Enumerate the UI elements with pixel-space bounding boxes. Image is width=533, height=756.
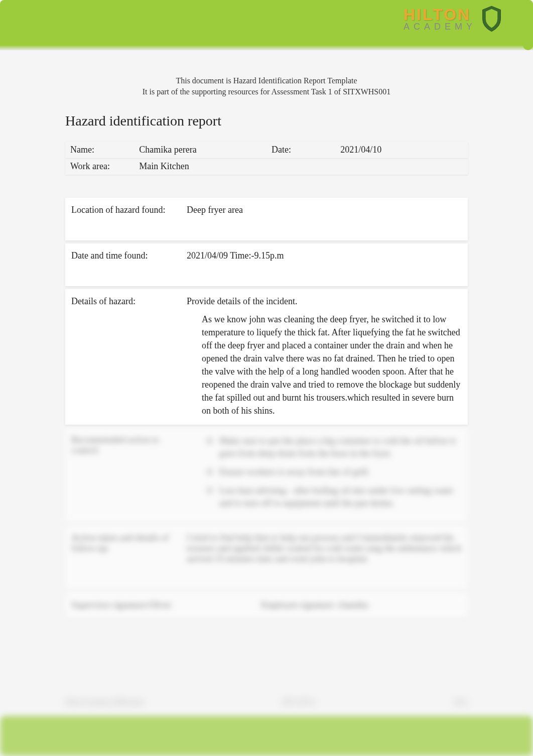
bullet-item: Less heat advising - after boiling oil i… <box>207 484 462 510</box>
recommended-label: Recommended action to control: <box>65 428 181 523</box>
hazard-row-datetime: Date and time found: 2021/04/09 Time:-9.… <box>65 243 468 286</box>
name-label: Name: <box>65 142 134 158</box>
info-row-workarea: Work area: Main Kitchen <box>65 158 468 175</box>
hazard-row-signatures: Supervisor signature:Oliver Employee sig… <box>65 592 468 618</box>
bullet-item: Ensure workers is away from fats of gril… <box>207 466 462 478</box>
datetime-label: Date and time found: <box>65 243 181 286</box>
details-intro: Provide details of the incident. <box>187 296 462 307</box>
location-value: Deep fryer area <box>181 198 468 240</box>
footer-pre: Hilton Academy Melbourne RTO 40735 2021 <box>0 698 533 718</box>
doc-meta-line2: It is part of the supporting resources f… <box>0 86 533 97</box>
doc-meta-line1: This document is Hazard Identification R… <box>0 75 533 86</box>
footer-center: RTO 40735 <box>283 698 315 718</box>
datetime-value: 2021/04/09 Time:-9.15p.m <box>181 243 468 286</box>
hazard-row-recommended: Recommended action to control: Make sure… <box>65 428 468 523</box>
details-label: Details of hazard: <box>65 289 181 425</box>
workarea-value: Main Kitchen <box>134 158 468 175</box>
footer-left: Hilton Academy Melbourne <box>65 698 144 718</box>
content: Hazard identification report Name: Chami… <box>0 98 533 621</box>
details-body: As we know john was cleaning the deep fr… <box>187 313 462 418</box>
date-value: 2021/04/10 <box>335 142 468 158</box>
hazard-row-location: Location of hazard found: Deep fryer are… <box>65 198 468 240</box>
name-value: Chamika perera <box>134 142 266 158</box>
action-value: I tried to find help him to help run pro… <box>181 526 468 589</box>
recommended-content: Make sure to put the place a big contain… <box>181 428 468 523</box>
hazard-table: Location of hazard found: Deep fryer are… <box>65 195 468 621</box>
info-row-name: Name: Chamika perera Date: 2021/04/10 <box>65 142 468 158</box>
logo-text-bottom: ACADEMY <box>404 22 476 32</box>
shield-icon <box>480 5 503 33</box>
action-label: Action taken and details of follow-up: <box>65 526 181 589</box>
hazard-row-details: Details of hazard: Provide details of th… <box>65 289 468 425</box>
report-title: Hazard identification report <box>65 113 468 129</box>
details-content: Provide details of the incident. As we k… <box>181 289 468 425</box>
date-label: Date: <box>266 142 335 158</box>
document-meta: This document is Hazard Identification R… <box>0 75 533 98</box>
footer-right: 2021 <box>454 698 468 718</box>
workarea-label: Work area: <box>65 158 134 175</box>
supervisor-signature: Supervisor signature:Oliver <box>71 600 258 610</box>
header-band: HILTON ACADEMY <box>0 0 533 50</box>
hazard-row-action: Action taken and details of follow-up: I… <box>65 526 468 589</box>
recommended-bullets: Make sure to put the place a big contain… <box>187 435 462 510</box>
bullet-item: Make sure to put the place a big contain… <box>207 435 462 460</box>
location-label: Location of hazard found: <box>65 198 181 240</box>
signatures-cell: Supervisor signature:Oliver Employee sig… <box>65 592 468 618</box>
info-table: Name: Chamika perera Date: 2021/04/10 Wo… <box>65 142 468 175</box>
footer-band <box>0 716 533 756</box>
logo: HILTON ACADEMY <box>404 5 503 33</box>
employee-signature: Employee signature: chamika <box>261 600 448 610</box>
